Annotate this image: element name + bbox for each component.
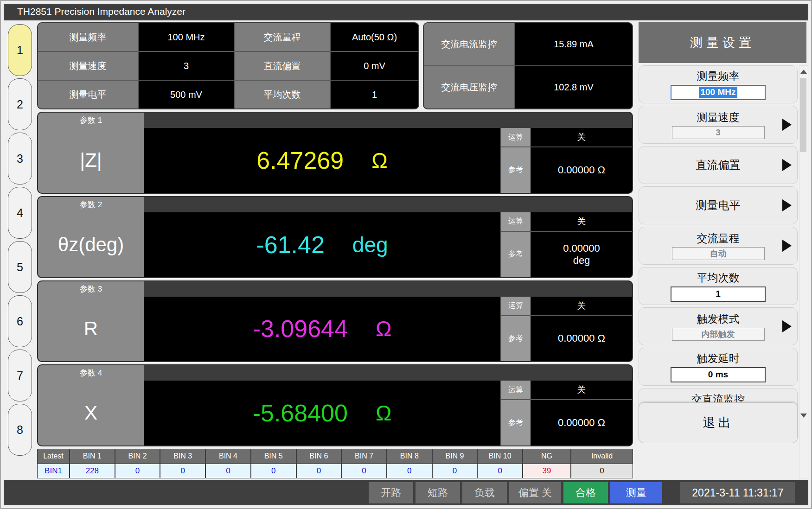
scrollbar-thumb[interactable] [800, 78, 806, 152]
page-tab-rail: 1 2 3 4 5 6 7 8 [4, 20, 36, 478]
sidebar-item-frequency[interactable]: 测量频率 100 MHz [639, 65, 798, 103]
page-tab-1[interactable]: 1 [8, 24, 32, 76]
arrow-right-icon [782, 240, 792, 252]
param-2-value-area: -61.42 deg [144, 212, 500, 277]
param-2-value: -61.42 [256, 231, 324, 259]
param-3-value-area: -3.09644 Ω [144, 297, 500, 362]
bin-value: BIN1 [38, 464, 69, 478]
sidebar-item-average[interactable]: 平均次数 1 [639, 267, 798, 305]
item-title: 测量频率 [697, 69, 740, 83]
param-4-ref-value: 0.00000 Ω [531, 400, 632, 445]
page-tab-6[interactable]: 6 [8, 295, 32, 347]
ac-voltage-monitor-value: 102.8 mV [515, 66, 632, 108]
ac-current-monitor-label: 交流电流监控 [424, 23, 514, 65]
ac-voltage-monitor-label: 交流电压监控 [424, 66, 514, 108]
page-tab-5[interactable]: 5 [8, 241, 32, 293]
load-button[interactable]: 负载 [462, 482, 507, 503]
param-3-side: 运算 关 参考 0.00000 Ω [500, 297, 632, 362]
param-2-header-spacer [144, 197, 632, 212]
scroll-up-icon[interactable] [800, 70, 807, 74]
speed-label: 测量速度 [38, 52, 138, 80]
trigger-mode-value-box[interactable]: 内部触发 [672, 328, 765, 341]
param-1-tab: 参数 1 [38, 113, 144, 128]
settings-sidebar: 测量设置 测量频率 100 MHz 测量速度 3 [636, 20, 808, 478]
page-tab-3[interactable]: 3 [8, 133, 32, 185]
arrow-right-icon [782, 159, 792, 171]
page-tab-2[interactable]: 2 [8, 78, 32, 130]
param-2-name[interactable]: θz(deg) [38, 212, 144, 277]
bin-value: 0 [387, 464, 432, 478]
sidebar-item-trigger-mode[interactable]: 触发模式 内部触发 [639, 307, 798, 345]
param-1-body: |Z| 6.47269 Ω 运算 关 参考 0.00000 Ω [38, 128, 632, 193]
average-input[interactable]: 1 [671, 286, 766, 302]
sidebar-item-ac-range[interactable]: 交流量程 自动 [639, 227, 798, 265]
bin-header: BIN 1 [70, 449, 115, 464]
page-tab-8[interactable]: 8 [8, 404, 32, 456]
monitor-panel: 交流电流监控 15.89 mA 交流电压监控 102.8 mV [423, 22, 633, 109]
bin-value: 0 [160, 464, 205, 478]
sidebar-item-speed[interactable]: 测量速度 3 [639, 106, 798, 144]
freq-label: 测量频率 [38, 23, 138, 51]
param-3-name[interactable]: R [38, 297, 144, 362]
sidebar-scrollbar[interactable] [799, 65, 808, 478]
short-circuit-button[interactable]: 短路 [416, 482, 460, 503]
bin-col-4: BIN 4 0 [206, 449, 250, 478]
bin-value: 0 [342, 464, 386, 478]
sidebar-items: 测量频率 100 MHz 测量速度 3 直流偏置 [639, 65, 798, 478]
scroll-down-icon[interactable] [800, 414, 807, 418]
arrow-right-icon [782, 199, 792, 211]
frequency-input[interactable]: 100 MHz [671, 85, 766, 100]
param-4-value: -5.68400 [253, 399, 348, 427]
measure-button[interactable]: 测量 [610, 482, 662, 503]
bin-col-9: BIN 9 0 [433, 449, 477, 478]
bin-col-3: BIN 3 0 [160, 449, 205, 478]
trigger-delay-input[interactable]: 0 ms [671, 367, 766, 382]
param-4-calc-label: 运算 [501, 381, 531, 399]
bin-value: 0 [115, 464, 160, 478]
bin-value: 0 [251, 464, 296, 478]
param-1-calc-label: 运算 [501, 128, 531, 146]
param-3-header-spacer [144, 281, 632, 297]
param-2-unit: deg [352, 232, 388, 257]
item-title: 平均次数 [697, 271, 740, 285]
datetime-display: 2021-3-11 11:31:17 [680, 482, 795, 503]
param-2-header: 参数 2 [38, 197, 632, 212]
bin-col-5: BIN 5 0 [251, 449, 296, 478]
param-3-ref-value: 0.00000 Ω [531, 316, 632, 362]
dc-bias-value: 0 mV [331, 52, 418, 80]
exit-button[interactable]: 退出 [639, 402, 798, 443]
param-1-ref-value: 0.00000 Ω [531, 147, 632, 193]
bin-col-6: BIN 6 0 [297, 449, 341, 478]
sidebar-item-trigger-delay[interactable]: 触发延时 0 ms [639, 348, 798, 386]
bin-value: 0 [297, 464, 341, 478]
bias-off-button[interactable]: 偏置 关 [509, 482, 561, 503]
param-panel-4: 参数 4 X -5.68400 Ω 运算 关 [37, 364, 633, 446]
bin-col-invalid: Invalid 0 [571, 449, 633, 478]
param-3-value: -3.09644 [253, 315, 348, 343]
param-4-value-area: -5.68400 Ω [144, 381, 500, 445]
bin-value: 0 [478, 464, 522, 478]
param-1-header: 参数 1 [38, 113, 632, 128]
param-3-tab: 参数 3 [38, 281, 144, 297]
bin-header: BIN 7 [342, 449, 386, 464]
level-label: 测量电平 [38, 81, 138, 108]
freq-value: 100 MHz [139, 23, 234, 51]
page-tab-4[interactable]: 4 [8, 187, 32, 239]
bin-header: BIN 9 [433, 449, 477, 464]
ac-range-value-box[interactable]: 自动 [672, 247, 765, 260]
page-tab-7[interactable]: 7 [8, 350, 32, 401]
param-1-side: 运算 关 参考 0.00000 Ω [500, 128, 632, 193]
sidebar-item-level[interactable]: 测量电平 [639, 186, 798, 224]
bin-col-10: BIN 10 0 [478, 449, 522, 478]
item-title: 测量电平 [696, 198, 741, 213]
item-title: 触发延时 [697, 351, 740, 366]
speed-value-box[interactable]: 3 [672, 126, 765, 139]
open-circuit-button[interactable]: 开路 [369, 482, 413, 503]
settings-row: 测量频率 100 MHz 交流量程 Auto(50 Ω) 测量速度 3 直流偏置… [37, 22, 633, 109]
bin-header: Invalid [571, 449, 633, 464]
param-4-name[interactable]: X [38, 381, 144, 445]
param-2-ref-label: 参考 [501, 232, 531, 277]
ac-range-value: Auto(50 Ω) [331, 23, 418, 51]
sidebar-item-dc-bias[interactable]: 直流偏置 [639, 146, 798, 184]
param-1-name[interactable]: |Z| [38, 128, 144, 193]
